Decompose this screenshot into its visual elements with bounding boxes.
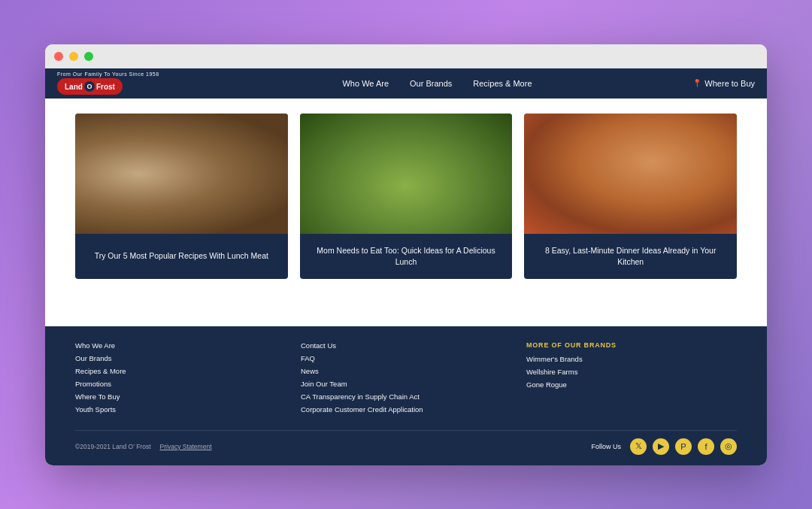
card-image-1	[75, 114, 288, 234]
browser-window: From Our Family To Yours Since 1958 Land…	[45, 44, 767, 465]
logo-frost: Frost	[96, 83, 115, 91]
instagram-icon[interactable]: ◎	[720, 438, 737, 455]
minimize-button[interactable]	[69, 52, 78, 61]
footer-brand-wimmers[interactable]: Wimmer's Brands	[526, 355, 737, 363]
follow-us-label: Follow Us	[591, 443, 621, 450]
card-1[interactable]: Try Our 5 Most Popular Recipes With Lunc…	[75, 114, 288, 279]
footer-link-ca-transparency[interactable]: CA Transparency in Supply Chain Act	[301, 392, 511, 401]
close-button[interactable]	[54, 52, 63, 61]
facebook-icon[interactable]: f	[698, 438, 714, 455]
footer-col-3: MORE OF OUR BRANDS Wimmer's Brands Wells…	[526, 341, 737, 418]
main-content: Try Our 5 Most Popular Recipes With Lunc…	[45, 98, 767, 326]
footer-link-contact[interactable]: Contact Us	[301, 341, 511, 350]
card-image-2	[300, 114, 513, 234]
footer-link-recipes[interactable]: Recipes & More	[75, 367, 286, 375]
browser-content: From Our Family To Yours Since 1958 Land…	[45, 68, 767, 465]
nav-who-we-are[interactable]: Who We Are	[342, 79, 389, 88]
nav-our-brands[interactable]: Our Brands	[410, 79, 452, 88]
footer-link-corporate[interactable]: Corporate Customer Credit Application	[301, 405, 511, 414]
footer: Who We Are Our Brands Recipes & More Pro…	[45, 326, 767, 465]
footer-col-1: Who We Are Our Brands Recipes & More Pro…	[75, 341, 286, 418]
footer-link-where-to-buy[interactable]: Where To Buy	[75, 392, 286, 401]
card-3[interactable]: 8 Easy, Last-Minute Dinner Ideas Already…	[524, 114, 737, 279]
maximize-button[interactable]	[84, 52, 93, 61]
logo-o: O	[84, 81, 95, 92]
where-to-buy-label: Where to Buy	[704, 79, 755, 88]
footer-link-join-team[interactable]: Join Our Team	[301, 380, 511, 388]
card-caption-1: Try Our 5 Most Popular Recipes With Lunc…	[75, 234, 288, 279]
footer-brands-title: MORE OF OUR BRANDS	[526, 341, 737, 349]
logo-area: From Our Family To Yours Since 1958 Land…	[57, 71, 159, 95]
location-icon: 📍	[692, 79, 701, 87]
footer-link-news[interactable]: News	[301, 367, 511, 375]
where-to-buy-nav[interactable]: 📍 Where to Buy	[692, 79, 755, 88]
card-image-3	[524, 114, 737, 234]
footer-link-promotions[interactable]: Promotions	[75, 380, 286, 388]
logo-tagline: From Our Family To Yours Since 1958	[57, 71, 159, 77]
footer-link-youth-sports[interactable]: Youth Sports	[75, 405, 286, 414]
footer-link-faq[interactable]: FAQ	[301, 354, 511, 362]
nav-recipes-more[interactable]: Recipes & More	[473, 79, 532, 88]
navbar: From Our Family To Yours Since 1958 Land…	[45, 68, 767, 98]
card-caption-2: Mom Needs to Eat Too: Quick Ideas for A …	[300, 234, 513, 279]
youtube-icon[interactable]: ▶	[653, 438, 669, 455]
social-area: Follow Us 𝕏 ▶ P f ◎	[591, 438, 737, 455]
card-caption-3: 8 Easy, Last-Minute Dinner Ideas Already…	[524, 234, 737, 279]
twitter-icon[interactable]: 𝕏	[630, 438, 647, 455]
footer-privacy-link[interactable]: Privacy Statement	[160, 443, 212, 450]
logo-land: Land	[65, 83, 83, 91]
footer-bottom: ©2019-2021 Land O' Frost Privacy Stateme…	[75, 430, 737, 455]
logo-badge[interactable]: Land O Frost	[57, 78, 123, 95]
card-2[interactable]: Mom Needs to Eat Too: Quick Ideas for A …	[300, 114, 513, 279]
footer-grid: Who We Are Our Brands Recipes & More Pro…	[75, 341, 737, 418]
pinterest-icon[interactable]: P	[675, 438, 692, 455]
footer-brand-wellshire[interactable]: Wellshire Farms	[526, 368, 737, 376]
footer-col-2: Contact Us FAQ News Join Our Team CA Tra…	[301, 341, 511, 418]
nav-links: Who We Are Our Brands Recipes & More	[182, 79, 693, 88]
browser-chrome	[45, 44, 767, 68]
cards-grid: Try Our 5 Most Popular Recipes With Lunc…	[75, 114, 737, 279]
footer-copyright: ©2019-2021 Land O' Frost	[75, 443, 151, 450]
footer-link-who-we-are[interactable]: Who We Are	[75, 341, 286, 350]
footer-brand-gone-rogue[interactable]: Gone Rogue	[526, 380, 737, 389]
footer-link-our-brands[interactable]: Our Brands	[75, 354, 286, 362]
